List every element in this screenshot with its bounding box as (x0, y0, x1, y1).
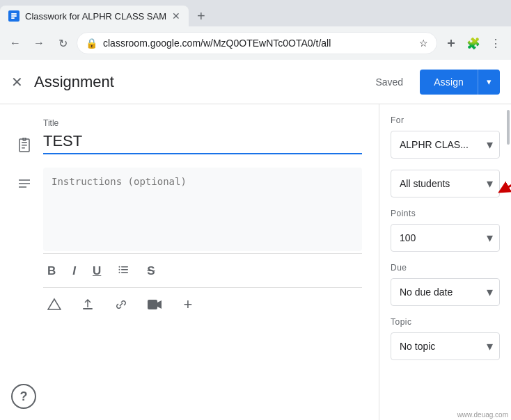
text-toolbar: B I U S (43, 253, 362, 282)
class-select-wrapper: ALPHR CLAS... ▾ (391, 131, 500, 159)
star-icon: ☆ (419, 38, 428, 49)
svg-rect-1 (11, 13, 17, 15)
svg-rect-5 (22, 142, 27, 143)
browser-toolbar: ← → ↻ 🔒 classroom.google.com/w/MzQ0OTEwN… (0, 26, 511, 60)
right-panel: For ALPHR CLAS... ▾ All students ▾ (379, 104, 511, 420)
topic-select[interactable]: No topic (391, 332, 500, 360)
instructions-fields: B I U S (43, 168, 362, 316)
italic-btn[interactable]: I (68, 261, 80, 281)
points-label: Points (391, 209, 500, 218)
underline-btn[interactable]: U (88, 261, 105, 281)
students-select[interactable]: All students (391, 170, 500, 197)
class-select[interactable]: ALPHR CLAS... (391, 131, 500, 159)
topic-select-wrapper: No topic ▾ (391, 332, 500, 360)
for-section: For ALPHR CLAS... ▾ (391, 115, 500, 159)
points-select[interactable]: 100 (391, 224, 500, 252)
title-section: Title (17, 118, 362, 156)
topic-section: Topic No topic ▾ (391, 317, 500, 360)
left-panel: Title B I U (0, 104, 379, 420)
reload-btn[interactable]: ↻ (53, 33, 72, 53)
due-select[interactable]: No due date (391, 278, 500, 306)
add-btn[interactable]: + (177, 293, 199, 316)
saved-status: Saved (375, 76, 403, 88)
title-fields: Title (43, 118, 362, 156)
due-section: Due No due date ▾ (391, 263, 500, 306)
watermark: www.deuag.com (457, 411, 508, 419)
browser-tab[interactable]: Classwork for ALPHR CLASS SAM ✕ (0, 6, 189, 26)
title-input[interactable] (43, 129, 362, 154)
video-attach-btn[interactable] (143, 293, 166, 316)
svg-point-16 (119, 269, 120, 270)
help-btn[interactable]: ? (11, 384, 36, 409)
upload-attach-btn[interactable] (77, 293, 99, 316)
app-header: ✕ Assignment Saved Assign ▾ (0, 60, 511, 104)
tab-title: Classwork for ALPHR CLASS SAM (25, 11, 166, 22)
tab-favicon (8, 10, 19, 22)
puzzle-icon-btn[interactable]: 🧩 (464, 33, 483, 53)
scrollbar-thumb (507, 110, 510, 145)
forward-btn[interactable]: → (29, 33, 49, 53)
topic-label: Topic (391, 317, 500, 327)
dropdown-arrow-icon: ▾ (487, 76, 492, 87)
svg-rect-7 (22, 147, 25, 149)
svg-line-23 (503, 176, 511, 190)
assignment-icon (17, 138, 32, 156)
assign-btn-group: Assign ▾ (420, 70, 500, 95)
red-arrow-annotation (489, 172, 511, 202)
instructions-input[interactable] (43, 168, 362, 251)
svg-rect-19 (83, 308, 93, 309)
close-btn[interactable]: ✕ (11, 74, 23, 90)
due-select-wrapper: No due date ▾ (391, 278, 500, 306)
due-label: Due (391, 263, 500, 273)
svg-rect-14 (121, 272, 128, 273)
svg-rect-12 (121, 266, 128, 268)
svg-rect-13 (121, 269, 128, 270)
browser-toolbar-icons: 🧩 ⋮ (441, 33, 505, 53)
instructions-icon (17, 176, 32, 316)
points-section: Points 100 ▾ (391, 209, 500, 252)
students-select-wrapper: All students ▾ (391, 170, 500, 197)
assign-button[interactable]: Assign (420, 70, 478, 95)
browser-tab-bar: Classwork for ALPHR CLASS SAM ✕ + (0, 0, 511, 26)
svg-marker-18 (48, 299, 61, 309)
svg-point-17 (119, 272, 120, 273)
attach-toolbar: + (43, 287, 362, 316)
tab-close-btn[interactable]: ✕ (172, 10, 180, 22)
main-content: Title B I U (0, 104, 511, 420)
assign-dropdown-btn[interactable]: ▾ (478, 70, 500, 95)
svg-marker-21 (157, 300, 162, 309)
lock-icon: 🔒 (86, 38, 97, 49)
strikethrough-btn[interactable]: S (143, 261, 159, 281)
svg-rect-20 (148, 300, 157, 309)
new-tab-btn[interactable]: + (189, 8, 214, 24)
title-label: Title (43, 118, 362, 128)
link-attach-btn[interactable] (110, 293, 132, 316)
svg-rect-6 (22, 145, 27, 146)
instructions-section: B I U S (17, 168, 362, 316)
svg-point-15 (119, 266, 120, 268)
bold-btn[interactable]: B (43, 261, 60, 281)
extensions-icon-btn[interactable] (441, 33, 461, 53)
for-label: For (391, 115, 500, 125)
menu-icon-btn[interactable]: ⋮ (486, 33, 505, 53)
list-btn[interactable] (113, 261, 134, 282)
svg-rect-2 (11, 15, 17, 17)
back-btn[interactable]: ← (6, 33, 25, 53)
svg-rect-3 (11, 17, 15, 19)
points-select-wrapper: 100 ▾ (391, 224, 500, 252)
drive-attach-btn[interactable] (43, 293, 65, 316)
address-url: classroom.google.com/w/MzQ0OTEwNTc0OTA0/… (103, 38, 414, 49)
address-bar[interactable]: 🔒 classroom.google.com/w/MzQ0OTEwNTc0OTA… (77, 32, 437, 54)
page-title: Assignment (34, 73, 364, 91)
students-section: All students ▾ (391, 170, 500, 197)
